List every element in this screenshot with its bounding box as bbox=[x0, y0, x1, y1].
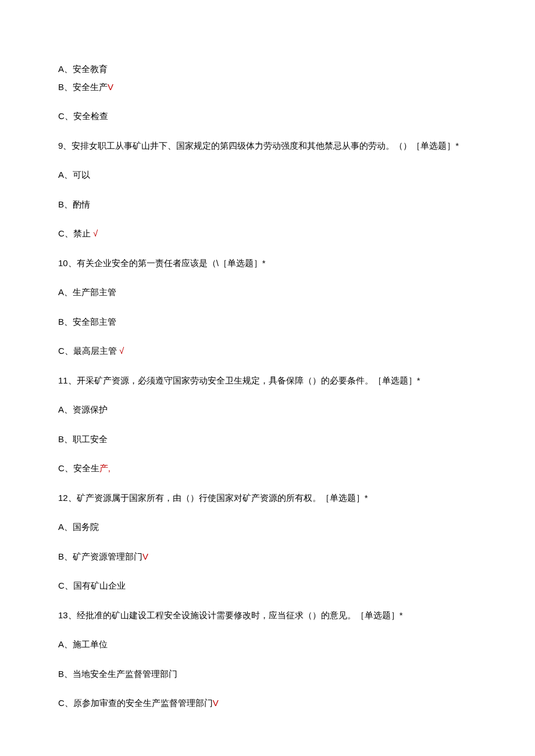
q11-option-c-mark: 产, bbox=[99, 463, 110, 473]
q8-option-c: C、安全检查 bbox=[58, 110, 477, 123]
q11-option-a: A、资源保护 bbox=[58, 403, 477, 417]
q11-option-c-text: C、安全生 bbox=[58, 463, 99, 473]
check-mark-icon: V bbox=[142, 551, 148, 561]
q10-option-b: B、安全部主管 bbox=[58, 316, 477, 329]
q8-option-a: A、安全教育 bbox=[58, 63, 477, 76]
q11-option-b: B、职工安全 bbox=[58, 433, 477, 446]
q8-option-b-text: B、安全生产 bbox=[58, 82, 108, 92]
check-mark-icon: V bbox=[108, 82, 113, 92]
document-page: A、安全教育 B、安全生产V C、安全检查 9、安排女职工从事矿山井下、国家规定… bbox=[0, 0, 535, 756]
q10-option-a: A、生产部主管 bbox=[58, 286, 477, 299]
q9-option-a: A、可以 bbox=[58, 169, 477, 182]
q9-option-b: B、酌情 bbox=[58, 198, 477, 212]
q13-option-c: C、原参加审查的安全生产监督管理部门V bbox=[58, 697, 477, 710]
q11-stem: 11、开采矿产资源，必须遵守国家劳动安全卫生规定，具备保障（）的必要条件。［单选… bbox=[58, 374, 477, 388]
q9-stem: 9、安排女职工从事矿山井下、国家规定的第四级体力劳动强度和其他禁忌从事的劳动。（… bbox=[58, 139, 477, 153]
q12-option-a: A、国务院 bbox=[58, 521, 477, 534]
q13-stem: 13、经批准的矿山建设工程安全设施设计需要修改时，应当征求（）的意见。［单选题］… bbox=[58, 609, 477, 622]
q10-option-c: C、最高层主管 √ bbox=[58, 345, 477, 358]
q12-option-b-text: B、矿产资源管理部门 bbox=[58, 551, 142, 561]
q12-option-c: C、国有矿山企业 bbox=[58, 579, 477, 593]
check-mark-icon: V bbox=[213, 698, 219, 708]
q10-stem: 10、有关企业安全的第一责任者应该是（\［单选题］* bbox=[58, 257, 477, 270]
q8-option-b: B、安全生产V bbox=[58, 81, 477, 94]
q10-option-c-text: C、最高层主管 bbox=[58, 346, 117, 356]
q9-option-c-text: C、禁止 bbox=[58, 228, 91, 238]
q13-option-b: B、当地安全生产监督管理部门 bbox=[58, 668, 477, 681]
q13-option-c-text: C、原参加审查的安全生产监督管理部门 bbox=[58, 698, 213, 708]
check-mark-icon: √ bbox=[117, 346, 124, 356]
q11-option-c: C、安全生产, bbox=[58, 462, 477, 475]
q13-option-a: A、施工单位 bbox=[58, 638, 477, 651]
check-mark-icon: √ bbox=[91, 228, 98, 238]
q12-option-b: B、矿产资源管理部门V bbox=[58, 550, 477, 564]
q12-stem: 12、矿产资源属于国家所有，由（）行使国家对矿产资源的所有权。［单选题］* bbox=[58, 492, 477, 505]
q9-option-c: C、禁止 √ bbox=[58, 227, 477, 241]
